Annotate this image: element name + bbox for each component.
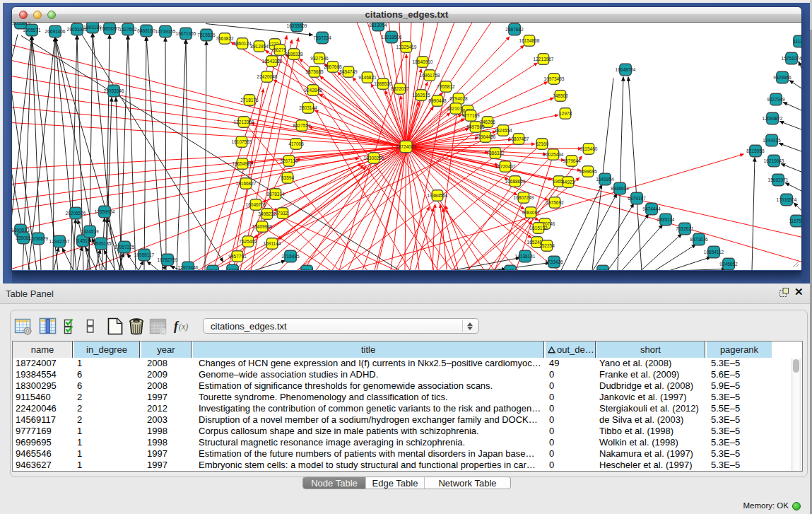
svg-text:9245652: 9245652 — [719, 261, 738, 266]
svg-text:8186328: 8186328 — [285, 51, 303, 56]
svg-text:2935114: 2935114 — [657, 216, 675, 221]
svg-text:19218506: 19218506 — [382, 34, 402, 39]
svg-text:8813054: 8813054 — [369, 23, 387, 28]
svg-text:13325419: 13325419 — [396, 44, 417, 49]
svg-text:18724007: 18724007 — [396, 144, 416, 148]
svg-text:19166827: 19166827 — [236, 180, 257, 185]
svg-text:20364436: 20364436 — [476, 134, 496, 139]
svg-text:81054: 81054 — [504, 268, 517, 269]
svg-text:3267130: 3267130 — [280, 158, 298, 163]
svg-text:12342757: 12342757 — [49, 238, 70, 243]
svg-text:15692971: 15692971 — [768, 177, 789, 182]
svg-text:12093872: 12093872 — [763, 115, 783, 120]
svg-text:44923: 44923 — [562, 179, 575, 184]
svg-text:9474444: 9474444 — [642, 206, 661, 211]
svg-text:8427552: 8427552 — [293, 122, 311, 127]
svg-text:8912954: 8912954 — [250, 43, 269, 48]
svg-text:20206576: 20206576 — [66, 210, 86, 215]
svg-text:16046706: 16046706 — [246, 201, 266, 206]
svg-text:1905571: 1905571 — [23, 27, 41, 32]
svg-text:1244415: 1244415 — [763, 137, 781, 142]
svg-text:22420046: 22420046 — [257, 74, 278, 78]
svg-text:10654112: 10654112 — [704, 249, 724, 254]
svg-text:417006: 417006 — [288, 141, 304, 146]
svg-text:8454749: 8454749 — [339, 69, 358, 74]
svg-text:7515526: 7515526 — [197, 32, 216, 37]
svg-text:16210643: 16210643 — [764, 158, 784, 163]
svg-text:9146821: 9146821 — [358, 74, 377, 79]
svg-text:16107553: 16107553 — [232, 139, 252, 144]
svg-text:9242848: 9242848 — [304, 87, 322, 92]
svg-text:748500: 748500 — [553, 93, 568, 98]
svg-text:7955812: 7955812 — [437, 83, 455, 88]
svg-text:8215958: 8215958 — [746, 148, 765, 153]
svg-text:9777169: 9777169 — [461, 112, 480, 117]
svg-text:7386322: 7386322 — [486, 150, 505, 155]
svg-text:15720407: 15720407 — [495, 163, 516, 168]
svg-text:10688609: 10688609 — [505, 178, 526, 183]
svg-text:11156829: 11156829 — [28, 235, 48, 240]
svg-text:14136141: 14136141 — [515, 253, 536, 258]
svg-text:15751074: 15751074 — [782, 55, 801, 60]
svg-text:19384554: 19384554 — [428, 192, 448, 197]
svg-text:10958117: 10958117 — [134, 252, 155, 257]
svg-text:8471676: 8471676 — [690, 236, 708, 241]
svg-text:16033809: 16033809 — [287, 23, 307, 28]
svg-text:2687682: 2687682 — [505, 26, 524, 31]
svg-text:6497568: 6497568 — [466, 124, 485, 129]
svg-text:3716485: 3716485 — [281, 253, 300, 258]
svg-text:6879197: 6879197 — [628, 195, 646, 200]
svg-text:2718176: 2718176 — [240, 97, 259, 102]
svg-text:1691144: 1691144 — [264, 240, 281, 245]
svg-text:29053346: 29053346 — [104, 88, 124, 93]
svg-text:7932: 7932 — [278, 210, 288, 215]
svg-text:8878314: 8878314 — [266, 191, 285, 196]
svg-text:10853287: 10853287 — [100, 25, 120, 30]
svg-text:9329966: 9329966 — [773, 74, 792, 79]
svg-text:16782759: 16782759 — [158, 257, 178, 262]
svg-text:12505135: 12505135 — [91, 240, 112, 245]
svg-text:3875685: 3875685 — [305, 69, 324, 74]
svg-text:92450: 92450 — [596, 268, 609, 269]
svg-text:1588520: 1588520 — [374, 81, 392, 86]
svg-text:10973493: 10973493 — [544, 76, 565, 81]
svg-text:6794028: 6794028 — [449, 95, 468, 100]
svg-text:12213967: 12213967 — [534, 56, 554, 61]
svg-text:114519: 114519 — [75, 238, 90, 243]
svg-text:17359934: 17359934 — [95, 209, 115, 214]
svg-text:15409946: 15409946 — [252, 223, 273, 228]
svg-text:9084067: 9084067 — [522, 209, 540, 214]
svg-text:16154808: 16154808 — [519, 37, 540, 42]
svg-text:6466160: 6466160 — [137, 28, 155, 33]
svg-text:17957225: 17957225 — [114, 244, 135, 249]
svg-text:1527602: 1527602 — [119, 26, 137, 31]
svg-text:9579644: 9579644 — [563, 158, 581, 163]
svg-text:8322037: 8322037 — [391, 86, 409, 90]
svg-text:2867608: 2867608 — [324, 64, 342, 69]
svg-text:3824554: 3824554 — [494, 127, 512, 132]
svg-text:7663822: 7663822 — [216, 35, 234, 40]
svg-text:8938923: 8938923 — [611, 185, 629, 190]
svg-text:9227349: 9227349 — [767, 96, 785, 101]
svg-text:16648784: 16648784 — [616, 66, 636, 71]
svg-text:1975692: 1975692 — [546, 199, 564, 204]
svg-text:7625402: 7625402 — [239, 238, 257, 243]
svg-text:18300295: 18300295 — [364, 155, 384, 160]
svg-text:53594: 53594 — [281, 175, 294, 180]
svg-text:8990448: 8990448 — [428, 98, 447, 103]
svg-text:9860124: 9860124 — [233, 40, 252, 45]
svg-text:12923446: 12923446 — [178, 264, 199, 269]
svg-text:9457791: 9457791 — [228, 253, 247, 258]
svg-text:746266: 746266 — [480, 119, 495, 124]
svg-text:10025434: 10025434 — [543, 151, 564, 156]
svg-text:16543382: 16543382 — [262, 58, 283, 63]
svg-text:116753: 116753 — [789, 218, 801, 223]
svg-text:12213369: 12213369 — [234, 119, 254, 124]
svg-text:97216: 97216 — [300, 268, 313, 269]
svg-text:62160: 62160 — [536, 141, 548, 146]
svg-text:9245: 9245 — [208, 268, 218, 269]
svg-text:16807249: 16807249 — [514, 194, 534, 199]
svg-text:17016504: 17016504 — [777, 197, 797, 201]
svg-text:16961758: 16961758 — [420, 72, 440, 77]
svg-text:18640910: 18640910 — [413, 59, 433, 64]
